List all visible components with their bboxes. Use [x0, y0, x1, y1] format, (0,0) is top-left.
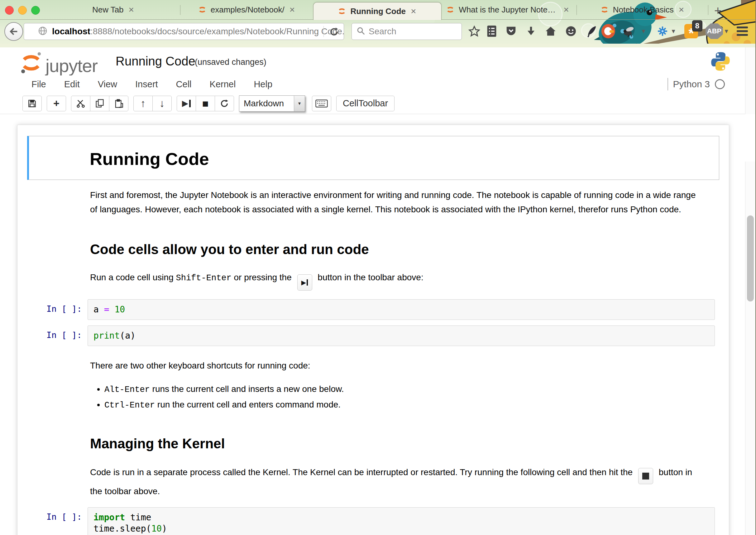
add-cell-button[interactable]: + — [47, 96, 66, 111]
notebook-menubar: File Edit View Insert Cell Kernel Help P… — [0, 75, 756, 93]
restart-kernel-button[interactable] — [215, 96, 234, 111]
page-scrollbar-track[interactable] — [745, 161, 755, 535]
tab-label: Running Code — [350, 7, 406, 16]
selected-markdown-cell[interactable]: Running Code — [27, 136, 719, 180]
bookmark-star-icon[interactable] — [468, 24, 481, 38]
run-cell-button[interactable]: ▶ — [177, 96, 196, 111]
close-icon[interactable]: × — [410, 7, 418, 16]
markdown-cell-managing-kernel[interactable]: Managing the Kernel Code is run in a sep… — [27, 436, 719, 498]
markdown-cell-shortcuts[interactable]: There are two other keyboard shortcuts f… — [27, 358, 719, 413]
fly-addon-dropdown-caret[interactable]: ▾ — [639, 24, 648, 38]
notebook-page: Running Code First and foremost, the Jup… — [0, 114, 756, 535]
menu-kernel[interactable]: Kernel — [201, 79, 245, 90]
pocket-icon[interactable] — [504, 24, 518, 38]
url-bar[interactable]: localhost:8888/notebooks/docs/source/exa… — [24, 23, 344, 40]
list-item: Alt-Enter runs the current cell and inse… — [104, 381, 699, 397]
cell-toolbar-button[interactable]: CellToolbar — [336, 96, 394, 111]
menu-view[interactable]: View — [89, 79, 126, 90]
jupyter-favicon — [337, 7, 346, 16]
kernel-name: Python 3 — [673, 79, 710, 90]
run-instruction-paragraph: Run a code cell using Shift-Enter or pre… — [90, 270, 699, 291]
save-button[interactable] — [22, 96, 42, 111]
duckduckgo-addon-icon[interactable] — [602, 24, 615, 38]
code-cell-a-equals-10[interactable]: In [ ]: a = 10 — [27, 299, 715, 320]
page-scrollbar-track-upper[interactable] — [745, 47, 755, 114]
tab-bar: New Tab × examples/Notebook/ × Running C… — [0, 0, 756, 20]
inline-code-alt-enter: Alt-Enter — [104, 385, 150, 394]
quill-addon-icon[interactable] — [584, 24, 598, 38]
jupyter-logo[interactable]: jupyter — [19, 50, 97, 75]
menu-hamburger-icon[interactable] — [736, 24, 749, 38]
move-cell-down-button[interactable]: ↓ — [152, 96, 172, 111]
back-button[interactable] — [4, 22, 23, 41]
code-cell-time-sleep[interactable]: In [ ]: import timetime.sleep(10) — [27, 507, 715, 535]
downloads-icon[interactable] — [524, 24, 538, 38]
cell-type-value: Markdown — [244, 99, 284, 108]
menu-file[interactable]: File — [22, 79, 55, 90]
new-tab-button[interactable]: + — [714, 4, 721, 18]
blue-addon-dropdown-caret[interactable]: ▾ — [669, 24, 678, 38]
page-scrollbar-thumb[interactable] — [747, 215, 754, 301]
interrupt-kernel-button[interactable]: ■ — [196, 96, 215, 111]
tab-new-tab[interactable]: New Tab × — [50, 0, 177, 19]
close-icon[interactable]: × — [678, 5, 686, 14]
adblock-dropdown-caret[interactable]: ▾ — [722, 24, 730, 38]
code-input-area[interactable]: import timetime.sleep(10) — [88, 507, 715, 535]
menu-cell[interactable]: Cell — [167, 79, 201, 90]
tab-examples-notebook[interactable]: examples/Notebook/ × — [183, 0, 311, 19]
shortcuts-intro-paragraph: There are two other keyboard shortcuts f… — [90, 358, 699, 373]
home-icon[interactable] — [544, 24, 557, 38]
menu-insert[interactable]: Insert — [126, 79, 167, 90]
search-bar[interactable]: Search — [352, 23, 462, 40]
addon-badge-count: 8 — [692, 20, 702, 32]
close-window-button[interactable] — [5, 6, 14, 14]
adblock-plus-icon[interactable]: ABP — [705, 24, 724, 38]
tab-what-is-jupyter[interactable]: What is the Jupyter Notebook × — [443, 0, 573, 19]
code-input-area[interactable]: print(a) — [88, 325, 715, 346]
code-input-area[interactable]: a = 10 — [88, 299, 715, 320]
tab-notebook-basics[interactable]: Notebook Basics × — [579, 0, 707, 19]
markdown-cell-intro[interactable]: First and foremost, the Jupyter Notebook… — [27, 188, 719, 217]
browser-window: New Tab × examples/Notebook/ × Running C… — [0, 0, 756, 535]
jupyter-wordmark: jupyter — [45, 57, 97, 75]
inline-run-button-image: ▶ — [297, 274, 312, 291]
window-controls — [5, 6, 40, 14]
chevron-down-icon[interactable]: ▾ — [294, 96, 305, 111]
tab-label: New Tab — [92, 5, 124, 14]
notebook-title[interactable]: Running Code — [116, 54, 195, 68]
blue-addon-icon[interactable] — [656, 24, 669, 38]
zoom-window-button[interactable] — [31, 6, 40, 14]
close-icon[interactable]: × — [562, 5, 570, 14]
tab-running-code-active[interactable]: Running Code × — [313, 2, 442, 20]
python-logo — [710, 50, 731, 73]
url-text: localhost:8888/notebooks/docs/source/exa… — [52, 26, 344, 37]
code-cell-print-a[interactable]: In [ ]: print(a) — [27, 325, 715, 346]
reload-icon[interactable] — [329, 26, 339, 38]
menu-edit[interactable]: Edit — [55, 79, 89, 90]
tab-label: Notebook Basics — [613, 5, 674, 14]
inline-code-shift-enter: Shift-Enter — [176, 273, 231, 283]
menu-help[interactable]: Help — [245, 79, 282, 90]
feedback-smiley-icon[interactable] — [564, 24, 578, 38]
minimize-window-button[interactable] — [18, 6, 27, 14]
session-manager-addon-icon[interactable]: *8 — [684, 24, 698, 38]
shortcuts-list: Alt-Enter runs the current cell and inse… — [90, 381, 699, 413]
notebook-h1: Running Code — [90, 149, 719, 169]
bookmarks-menu-icon[interactable] — [485, 24, 499, 38]
close-icon[interactable]: × — [288, 5, 296, 14]
notebook-toolbar: + ↑ ↓ ▶ ■ Markdown ▾ — [0, 93, 756, 114]
search-icon — [356, 26, 365, 37]
cut-cell-button[interactable] — [71, 96, 90, 111]
notebook-container: Running Code First and foremost, the Jup… — [17, 125, 729, 535]
copy-cell-button[interactable] — [90, 96, 109, 111]
move-cell-up-button[interactable]: ↑ — [133, 96, 153, 111]
close-icon[interactable]: × — [127, 5, 136, 14]
fly-addon-icon[interactable] — [622, 24, 636, 38]
input-prompt: In [ ]: — [46, 304, 82, 314]
inline-stop-button-image — [638, 468, 653, 484]
cell-type-select[interactable]: Markdown ▾ — [239, 96, 305, 112]
jupyter-favicon — [198, 5, 207, 14]
markdown-cell-code-cells[interactable]: Code cells allow you to enter and run co… — [27, 241, 719, 291]
paste-cell-button[interactable] — [109, 96, 128, 111]
keyboard-shortcuts-button[interactable] — [312, 96, 331, 111]
